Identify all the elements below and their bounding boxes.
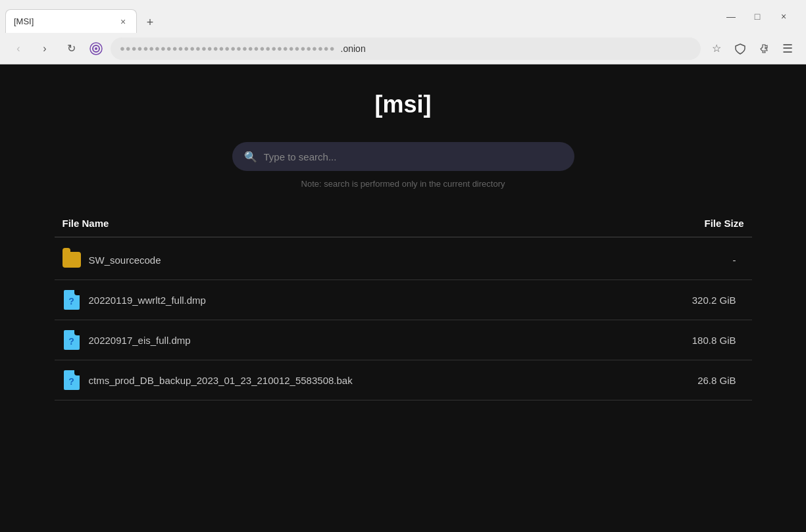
file-name-cell: ? ctms_prod_DB_backup_2023_01_23_210012_… [63,370,353,391]
tor-icon [87,39,105,58]
file-name: ctms_prod_DB_backup_2023_01_23_210012_55… [89,375,353,386]
tab-close-button[interactable]: × [118,16,128,27]
back-icon: ‹ [16,43,20,55]
bookmark-button[interactable]: ☆ [706,38,727,59]
search-container: 🔍 [232,142,574,171]
search-input[interactable] [264,151,563,162]
address-suffix: .onion [341,43,366,54]
reload-icon: ↻ [67,42,76,55]
search-note: Note: search is performed only in the cu… [301,179,505,189]
file-size: 320.2 GiB [692,295,744,306]
file-row[interactable]: ? ctms_prod_DB_backup_2023_01_23_210012_… [55,360,752,400]
reload-button[interactable]: ↻ [61,38,82,59]
folder-icon [63,249,81,270]
tab-bar: [MSI] × + [5,0,711,33]
maximize-button[interactable]: □ [751,10,764,23]
file-name-cell: ? 20220119_wwrlt2_full.dmp [63,289,206,310]
extensions-button[interactable] [753,38,774,59]
file-unknown-icon: ? [63,370,81,391]
search-box[interactable]: 🔍 [232,142,574,171]
window-controls: — □ × [714,10,801,23]
page-content: [msi] 🔍 Note: search is performed only i… [0,64,806,532]
nav-actions: ☆ ☰ [706,38,798,59]
nav-bar: ‹ › ↻ ●●●●●●●●●●●●●●●●●●●●●●●●●●●●●●●●●●… [0,33,806,64]
file-size: 180.8 GiB [692,335,744,346]
star-icon: ☆ [712,42,721,55]
puzzle-icon [758,43,770,55]
file-row[interactable]: ? 20220917_eis_full.dmp 180.8 GiB [55,320,752,360]
file-name-cell: ? 20220917_eis_full.dmp [63,329,191,351]
menu-button[interactable]: ☰ [777,38,798,59]
file-listing: File Name File Size SW_sourcecode - [55,212,752,400]
forward-icon: › [43,43,46,55]
file-unknown-icon: ? [63,289,81,310]
shield-icon [734,43,746,55]
file-name: 20220119_wwrlt2_full.dmp [89,295,206,306]
address-bar[interactable]: ●●●●●●●●●●●●●●●●●●●●●●●●●●●●●●●●●●●●● .o… [111,37,701,60]
browser-window: [MSI] × + — □ × ‹ › ↻ [0,0,806,532]
file-name: SW_sourcecode [89,254,161,266]
minimize-button[interactable]: — [724,10,738,23]
file-header: File Name File Size [55,212,752,237]
file-unknown-icon: ? [63,329,81,351]
column-header-size: File Size [704,218,751,229]
file-row[interactable]: SW_sourcecode - [55,240,752,280]
title-bar: [MSI] × + — □ × [0,0,806,33]
new-tab-button[interactable]: + [139,12,161,33]
column-header-name: File Name [55,218,109,229]
close-window-button[interactable]: × [777,10,790,23]
active-tab[interactable]: [MSI] × [5,9,137,33]
file-size: - [733,254,744,266]
file-size: 26.8 GiB [697,375,743,386]
address-blurred: ●●●●●●●●●●●●●●●●●●●●●●●●●●●●●●●●●●●●● [120,43,336,53]
shield-button[interactable] [730,38,751,59]
svg-point-2 [95,47,97,50]
file-name-cell: SW_sourcecode [63,249,161,270]
page-title: [msi] [374,91,431,118]
forward-button[interactable]: › [34,38,55,59]
search-icon: 🔍 [244,151,257,163]
hamburger-icon: ☰ [782,41,793,56]
file-row[interactable]: ? 20220119_wwrlt2_full.dmp 320.2 GiB [55,280,752,320]
file-name: 20220917_eis_full.dmp [89,335,191,346]
tab-title: [MSI] [14,16,113,26]
back-button[interactable]: ‹ [8,38,29,59]
